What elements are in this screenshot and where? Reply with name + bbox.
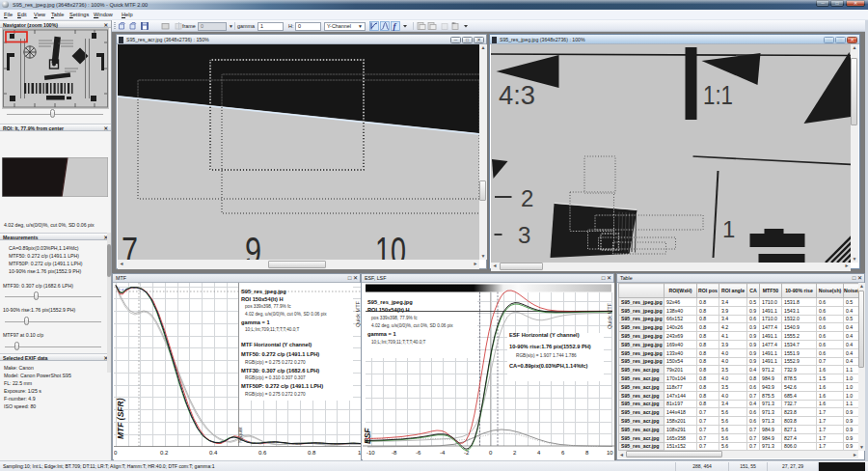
svg-text:-10: -10 — [366, 450, 375, 456]
svg-text:-6: -6 — [416, 450, 421, 456]
svg-text:-8: -8 — [392, 450, 397, 456]
svg-text:9: 9 — [245, 229, 261, 260]
svg-text:3: 3 — [518, 222, 530, 248]
svg-text:10: 10 — [607, 450, 613, 456]
svg-text:Quick MTF: Quick MTF — [607, 302, 612, 329]
svg-text:1: 1 — [722, 216, 735, 242]
svg-text:0.4: 0.4 — [209, 450, 218, 456]
svg-text:0.8: 0.8 — [308, 450, 316, 456]
svg-text:7: 7 — [122, 229, 138, 260]
svg-text:-4: -4 — [440, 450, 446, 456]
svg-text:ESF: ESF — [363, 428, 372, 444]
svg-text:Nyquist: Nyquist — [237, 427, 243, 443]
svg-text:0.6: 0.6 — [258, 450, 267, 456]
svg-text:MTF (SFR): MTF (SFR) — [116, 398, 125, 439]
svg-text:-2: -2 — [464, 450, 470, 456]
svg-text:0.2: 0.2 — [160, 450, 169, 456]
svg-text:4:3: 4:3 — [499, 81, 535, 110]
svg-text:2: 2 — [521, 185, 533, 211]
svg-text:1:1: 1:1 — [703, 81, 733, 110]
svg-text:10: 10 — [375, 229, 406, 260]
